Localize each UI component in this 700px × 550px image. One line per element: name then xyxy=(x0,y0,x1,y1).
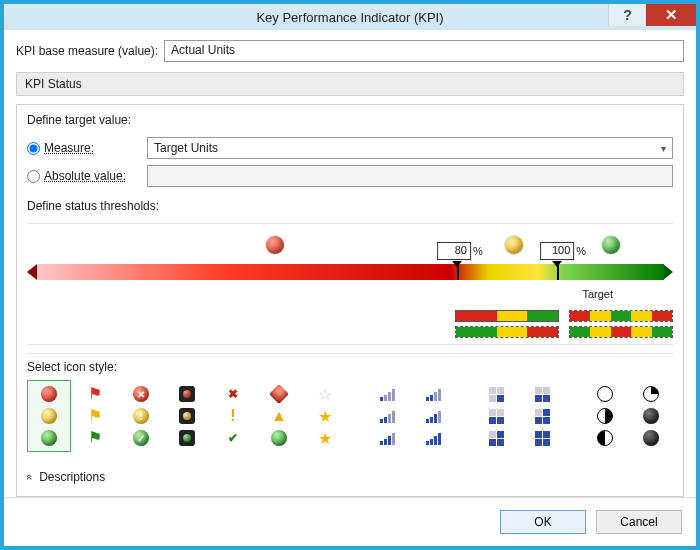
icon-style-boxes-4[interactable] xyxy=(520,380,564,452)
slider-max-arrow-icon xyxy=(663,264,673,280)
chevron-collapse-icon: « xyxy=(24,474,36,480)
threshold-2-unit: % xyxy=(576,245,586,257)
titlebar: Key Performance Indicator (KPI) ? ✕ xyxy=(4,4,696,30)
direction-option-ryg[interactable] xyxy=(455,310,559,322)
cancel-button[interactable]: Cancel xyxy=(596,510,682,534)
status-dot-yellow xyxy=(505,236,523,254)
direction-option-rygyr[interactable] xyxy=(569,310,673,322)
measure-radio[interactable] xyxy=(27,142,40,155)
direction-option-gyr[interactable] xyxy=(455,326,559,338)
absolute-value-field[interactable] xyxy=(147,165,673,187)
measure-combobox-value: Target Units xyxy=(148,139,654,157)
threshold-marker-2-line xyxy=(557,264,559,280)
window-title: Key Performance Indicator (KPI) xyxy=(4,10,696,25)
absolute-value-radio[interactable] xyxy=(27,170,40,183)
define-target-label: Define target value: xyxy=(27,113,673,127)
close-button[interactable]: ✕ xyxy=(646,4,696,26)
status-dot-red xyxy=(266,236,284,254)
icon-style-bars-full[interactable] xyxy=(412,380,456,452)
icon-style-symbols-uncircled[interactable]: ✖ ! ✔ xyxy=(211,380,255,452)
direction-option-gyryg[interactable] xyxy=(569,326,673,338)
define-thresholds-label: Define status thresholds: xyxy=(27,199,673,213)
icon-style-stars[interactable]: ☆ ★ ★ xyxy=(303,380,347,452)
threshold-2-input[interactable]: 100 xyxy=(540,242,574,260)
base-measure-label: KPI base measure (value): xyxy=(16,44,158,58)
titlebar-controls: ? ✕ xyxy=(608,4,696,26)
icon-style-bars-ascending[interactable] xyxy=(366,380,410,452)
threshold-marker-1-line xyxy=(457,264,459,280)
icon-style-flags[interactable]: ⚑ ⚑ ⚑ xyxy=(73,380,117,452)
descriptions-label: Descriptions xyxy=(39,470,105,484)
status-dot-green xyxy=(602,236,620,254)
chevron-down-icon: ▾ xyxy=(654,143,672,154)
absolute-value-radio-label: Absolute value: xyxy=(44,169,126,183)
dialog-content: KPI base measure (value): Actual Units K… xyxy=(4,30,696,497)
direction-options xyxy=(27,310,673,338)
measure-combobox[interactable]: Target Units ▾ xyxy=(147,137,673,159)
base-measure-field[interactable]: Actual Units xyxy=(164,40,684,62)
threshold-slider[interactable] xyxy=(27,262,673,282)
icon-style-boxes-3[interactable] xyxy=(474,380,518,452)
slider-min-arrow-icon xyxy=(27,264,37,280)
icon-style-pie-b[interactable] xyxy=(629,380,673,452)
threshold-1-input[interactable]: 80 xyxy=(437,242,471,260)
icon-style-traffic-lights[interactable] xyxy=(165,380,209,452)
icon-style-traffic-circles[interactable] xyxy=(27,380,71,452)
threshold-1-unit: % xyxy=(473,245,483,257)
descriptions-expander[interactable]: « Descriptions xyxy=(27,466,673,488)
help-button[interactable]: ? xyxy=(608,4,646,26)
threshold-editor: 80 % 100 % xyxy=(27,223,673,345)
icon-style-pie-a[interactable] xyxy=(583,380,627,452)
icon-style-shapes[interactable]: ▲ xyxy=(257,380,301,452)
icon-style-symbol-circles[interactable]: ✕ ! ✓ xyxy=(119,380,163,452)
icon-style-grid: ⚑ ⚑ ⚑ ✕ ! ✓ ✖ xyxy=(27,380,673,452)
threshold-status-dots: 80 % 100 % xyxy=(27,234,673,256)
icon-style-section: Select icon style: ⚑ ⚑ ⚑ ✕ ! xyxy=(27,353,673,452)
dialog-footer: OK Cancel xyxy=(4,497,696,546)
kpi-status-group: Define target value: Measure: Target Uni… xyxy=(16,104,684,497)
target-label: Target xyxy=(27,288,673,300)
ok-button[interactable]: OK xyxy=(500,510,586,534)
measure-radio-label: Measure: xyxy=(44,141,94,155)
kpi-status-header: KPI Status xyxy=(16,72,684,96)
select-icon-style-label: Select icon style: xyxy=(27,360,673,374)
kpi-dialog: Key Performance Indicator (KPI) ? ✕ KPI … xyxy=(0,0,700,550)
